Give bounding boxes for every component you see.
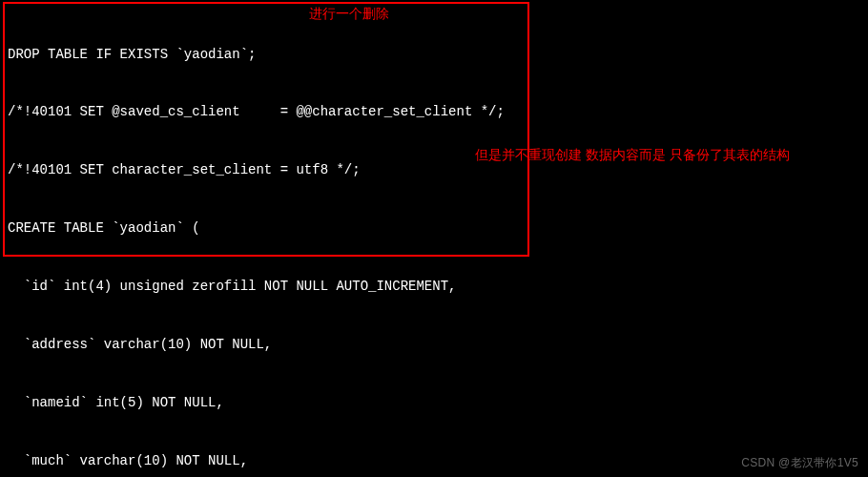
sql-line: `id` int(4) unsigned zerofill NOT NULL A… <box>8 277 860 296</box>
sql-line: `nameid` int(5) NOT NULL, <box>8 393 860 412</box>
annotation-top: 进行一个删除 <box>309 4 389 23</box>
terminal-output[interactable]: DROP TABLE IF EXISTS `yaodian`; /*!40101… <box>8 6 860 477</box>
sql-line: /*!40101 SET @saved_cs_client = @@charac… <box>8 102 860 121</box>
watermark: CSDN @老汉带你1V5 <box>741 455 858 471</box>
sql-line: `address` varchar(10) NOT NULL, <box>8 335 860 354</box>
annotation-right: 但是并不重现创建 数据内容而是 只备份了其表的结构 <box>475 145 790 164</box>
sql-line: `much` varchar(10) NOT NULL, <box>8 451 860 470</box>
sql-line: DROP TABLE IF EXISTS `yaodian`; <box>8 45 860 64</box>
sql-line: CREATE TABLE `yaodian` ( <box>8 218 860 238</box>
